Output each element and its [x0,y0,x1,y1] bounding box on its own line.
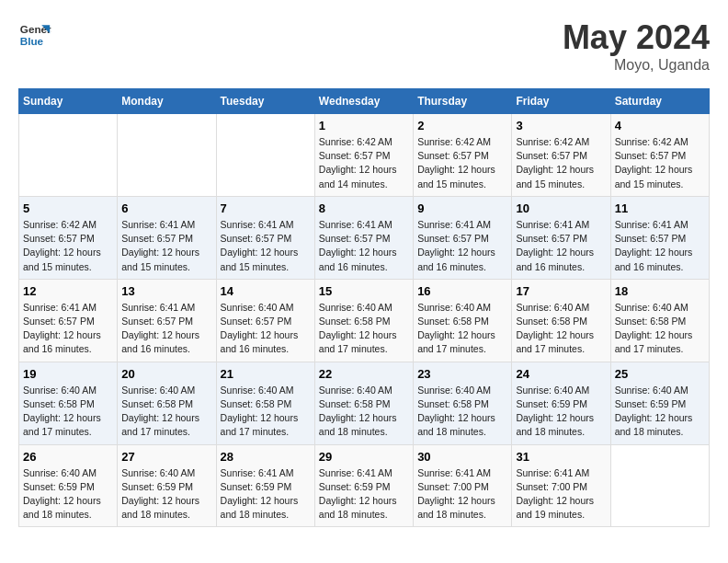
day-number: 16 [417,284,507,298]
day-info: Sunrise: 6:41 AM Sunset: 6:57 PM Dayligh… [121,218,211,274]
day-number: 4 [615,119,705,132]
calendar-table: SundayMondayTuesdayWednesdayThursdayFrid… [18,88,710,527]
day-number: 1 [319,119,409,132]
svg-text:Blue: Blue [20,35,44,47]
day-info: Sunrise: 6:41 AM Sunset: 6:57 PM Dayligh… [221,218,311,274]
weekday-header-friday: Friday [512,89,610,114]
weekday-header-saturday: Saturday [610,89,709,114]
weekday-header-monday: Monday [118,89,216,114]
calendar-cell: 26Sunrise: 6:40 AM Sunset: 6:59 PM Dayli… [19,444,118,527]
day-info: Sunrise: 6:40 AM Sunset: 6:58 PM Dayligh… [417,301,507,357]
calendar-week-row: 19Sunrise: 6:40 AM Sunset: 6:58 PM Dayli… [19,362,710,444]
day-info: Sunrise: 6:41 AM Sunset: 7:00 PM Dayligh… [417,466,507,523]
logo: General Blue [18,18,51,52]
calendar-cell: 9Sunrise: 6:41 AM Sunset: 6:57 PM Daylig… [414,196,512,279]
day-info: Sunrise: 6:40 AM Sunset: 6:57 PM Dayligh… [221,301,311,357]
calendar-cell: 17Sunrise: 6:40 AM Sunset: 6:58 PM Dayli… [512,279,610,362]
calendar-cell: 21Sunrise: 6:40 AM Sunset: 6:58 PM Dayli… [216,362,314,444]
day-info: Sunrise: 6:40 AM Sunset: 6:58 PM Dayligh… [23,384,113,440]
calendar-cell: 15Sunrise: 6:40 AM Sunset: 6:58 PM Dayli… [314,279,413,362]
day-number: 8 [319,201,409,215]
day-info: Sunrise: 6:41 AM Sunset: 6:59 PM Dayligh… [221,466,311,523]
day-info: Sunrise: 6:40 AM Sunset: 6:58 PM Dayligh… [615,301,705,357]
day-info: Sunrise: 6:40 AM Sunset: 6:58 PM Dayligh… [319,301,409,357]
calendar-cell: 14Sunrise: 6:40 AM Sunset: 6:57 PM Dayli… [216,279,314,362]
calendar-cell: 23Sunrise: 6:40 AM Sunset: 6:58 PM Dayli… [414,362,512,444]
weekday-header-thursday: Thursday [414,89,512,114]
day-number: 10 [516,201,606,215]
calendar-cell: 10Sunrise: 6:41 AM Sunset: 6:57 PM Dayli… [512,196,610,279]
day-number: 21 [221,367,311,381]
calendar-cell: 13Sunrise: 6:41 AM Sunset: 6:57 PM Dayli… [118,279,216,362]
calendar-cell: 19Sunrise: 6:40 AM Sunset: 6:58 PM Dayli… [19,362,118,444]
calendar-week-row: 12Sunrise: 6:41 AM Sunset: 6:57 PM Dayli… [19,279,710,362]
weekday-header-row: SundayMondayTuesdayWednesdayThursdayFrid… [19,89,710,114]
day-info: Sunrise: 6:41 AM Sunset: 6:59 PM Dayligh… [319,466,409,523]
day-info: Sunrise: 6:40 AM Sunset: 6:58 PM Dayligh… [516,301,606,357]
weekday-header-tuesday: Tuesday [216,89,314,114]
calendar-cell: 20Sunrise: 6:40 AM Sunset: 6:58 PM Dayli… [118,362,216,444]
day-number: 22 [319,367,409,381]
calendar-cell: 22Sunrise: 6:40 AM Sunset: 6:58 PM Dayli… [314,362,413,444]
weekday-header-wednesday: Wednesday [314,89,413,114]
day-number: 28 [221,450,311,464]
day-info: Sunrise: 6:40 AM Sunset: 6:58 PM Dayligh… [121,384,211,440]
calendar-cell: 6Sunrise: 6:41 AM Sunset: 6:57 PM Daylig… [118,196,216,279]
calendar-cell: 27Sunrise: 6:40 AM Sunset: 6:59 PM Dayli… [118,444,216,527]
calendar-cell: 3Sunrise: 6:42 AM Sunset: 6:57 PM Daylig… [512,114,610,197]
day-number: 27 [121,450,211,464]
day-number: 18 [615,284,705,298]
day-info: Sunrise: 6:42 AM Sunset: 6:57 PM Dayligh… [417,135,507,191]
weekday-header-sunday: Sunday [19,89,118,114]
calendar-cell: 29Sunrise: 6:41 AM Sunset: 6:59 PM Dayli… [314,444,413,527]
day-info: Sunrise: 6:40 AM Sunset: 6:59 PM Dayligh… [516,384,606,440]
day-number: 14 [221,284,311,298]
day-number: 30 [417,450,507,464]
day-info: Sunrise: 6:40 AM Sunset: 6:59 PM Dayligh… [615,384,705,440]
logo-icon: General Blue [18,18,51,52]
calendar-cell: 11Sunrise: 6:41 AM Sunset: 6:57 PM Dayli… [610,196,709,279]
calendar-cell: 2Sunrise: 6:42 AM Sunset: 6:57 PM Daylig… [414,114,512,197]
calendar-cell: 31Sunrise: 6:41 AM Sunset: 7:00 PM Dayli… [512,444,610,527]
calendar-cell: 8Sunrise: 6:41 AM Sunset: 6:57 PM Daylig… [314,196,413,279]
day-number: 31 [516,450,606,464]
day-info: Sunrise: 6:42 AM Sunset: 6:57 PM Dayligh… [516,135,606,191]
day-number: 17 [516,284,606,298]
day-info: Sunrise: 6:41 AM Sunset: 6:57 PM Dayligh… [417,218,507,274]
day-info: Sunrise: 6:41 AM Sunset: 6:57 PM Dayligh… [23,301,113,357]
calendar-cell: 4Sunrise: 6:42 AM Sunset: 6:57 PM Daylig… [610,114,709,197]
calendar-week-row: 1Sunrise: 6:42 AM Sunset: 6:57 PM Daylig… [19,114,710,197]
day-number: 11 [615,201,705,215]
calendar-cell: 18Sunrise: 6:40 AM Sunset: 6:58 PM Dayli… [610,279,709,362]
day-number: 29 [319,450,409,464]
calendar-cell: 25Sunrise: 6:40 AM Sunset: 6:59 PM Dayli… [610,362,709,444]
page-header: General Blue May 2024 Moyo, Uganda [18,18,710,74]
calendar-cell: 28Sunrise: 6:41 AM Sunset: 6:59 PM Dayli… [216,444,314,527]
day-info: Sunrise: 6:41 AM Sunset: 6:57 PM Dayligh… [615,218,705,274]
calendar-cell: 7Sunrise: 6:41 AM Sunset: 6:57 PM Daylig… [216,196,314,279]
day-info: Sunrise: 6:40 AM Sunset: 6:58 PM Dayligh… [319,384,409,440]
day-info: Sunrise: 6:42 AM Sunset: 6:57 PM Dayligh… [615,135,705,191]
day-info: Sunrise: 6:41 AM Sunset: 7:00 PM Dayligh… [516,466,606,523]
day-info: Sunrise: 6:41 AM Sunset: 6:57 PM Dayligh… [121,301,211,357]
day-number: 12 [23,284,113,298]
calendar-cell: 12Sunrise: 6:41 AM Sunset: 6:57 PM Dayli… [19,279,118,362]
day-info: Sunrise: 6:42 AM Sunset: 6:57 PM Dayligh… [23,218,113,274]
day-info: Sunrise: 6:40 AM Sunset: 6:59 PM Dayligh… [121,466,211,523]
calendar-week-row: 5Sunrise: 6:42 AM Sunset: 6:57 PM Daylig… [19,196,710,279]
calendar-cell: 30Sunrise: 6:41 AM Sunset: 7:00 PM Dayli… [414,444,512,527]
calendar-cell [19,114,118,197]
day-number: 7 [221,201,311,215]
calendar-cell [610,444,709,527]
calendar-cell: 1Sunrise: 6:42 AM Sunset: 6:57 PM Daylig… [314,114,413,197]
calendar-cell: 24Sunrise: 6:40 AM Sunset: 6:59 PM Dayli… [512,362,610,444]
day-number: 20 [121,367,211,381]
day-number: 23 [417,367,507,381]
calendar-cell [118,114,216,197]
day-number: 6 [121,201,211,215]
day-info: Sunrise: 6:42 AM Sunset: 6:57 PM Dayligh… [319,135,409,191]
day-number: 3 [516,119,606,132]
calendar-cell: 5Sunrise: 6:42 AM Sunset: 6:57 PM Daylig… [19,196,118,279]
day-number: 24 [516,367,606,381]
day-number: 9 [417,201,507,215]
